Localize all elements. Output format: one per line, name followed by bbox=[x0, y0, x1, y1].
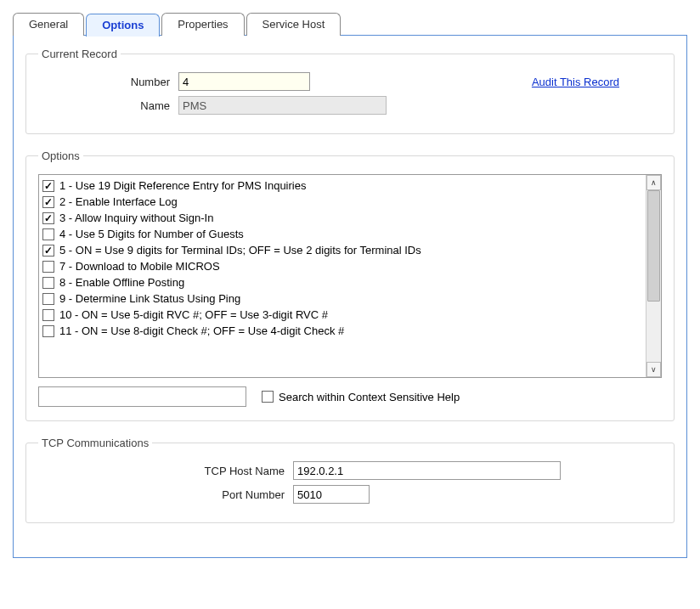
option-label: 9 - Determine Link Status Using Ping bbox=[59, 292, 240, 305]
option-label: 7 - Download to Mobile MICROS bbox=[59, 260, 220, 273]
list-item[interactable]: 1 - Use 19 Digit Reference Entry for PMS… bbox=[42, 178, 642, 194]
option-checkbox[interactable] bbox=[42, 293, 54, 305]
option-checkbox[interactable] bbox=[42, 180, 54, 192]
list-item[interactable]: 5 - ON = Use 9 digits for Terminal IDs; … bbox=[42, 242, 642, 258]
option-checkbox[interactable] bbox=[42, 261, 54, 273]
option-checkbox[interactable] bbox=[42, 196, 54, 208]
list-item[interactable]: 10 - ON = Use 5-digit RVC #; OFF = Use 3… bbox=[42, 307, 642, 323]
tab-options[interactable]: Options bbox=[86, 14, 160, 37]
option-label: 11 - ON = Use 8-digit Check #; OFF = Use… bbox=[59, 324, 344, 337]
options-group: Options 1 - Use 19 Digit Reference Entry… bbox=[25, 149, 675, 421]
list-item[interactable]: 9 - Determine Link Status Using Ping bbox=[42, 290, 642, 307]
current-record-group: Current Record Number Audit This Record … bbox=[25, 48, 675, 134]
option-checkbox[interactable] bbox=[42, 228, 54, 240]
option-checkbox[interactable] bbox=[42, 245, 54, 257]
tcp-host-label: TCP Host Name bbox=[38, 465, 293, 477]
option-label: 4 - Use 5 Digits for Number of Guests bbox=[59, 228, 244, 240]
tcp-group: TCP Communications TCP Host Name Port Nu… bbox=[25, 437, 675, 523]
option-checkbox[interactable] bbox=[42, 325, 54, 337]
tab-content: Current Record Number Audit This Record … bbox=[13, 35, 687, 558]
scrollbar[interactable]: ∧ ∨ bbox=[646, 175, 661, 377]
option-label: 8 - Enable Offline Posting bbox=[59, 276, 184, 289]
tcp-legend: TCP Communications bbox=[38, 437, 152, 449]
search-help-label: Search within Context Sensitive Help bbox=[279, 391, 460, 403]
current-record-legend: Current Record bbox=[38, 48, 121, 60]
name-input bbox=[178, 96, 387, 115]
option-checkbox[interactable] bbox=[42, 309, 54, 321]
tcp-host-input[interactable] bbox=[293, 461, 561, 480]
tab-service-host[interactable]: Service Host bbox=[246, 13, 342, 36]
option-checkbox[interactable] bbox=[42, 277, 54, 289]
options-legend: Options bbox=[38, 149, 83, 162]
list-item[interactable]: 11 - ON = Use 8-digit Check #; OFF = Use… bbox=[42, 323, 642, 339]
search-input[interactable] bbox=[38, 386, 246, 407]
port-input[interactable] bbox=[293, 485, 370, 504]
tab-properties[interactable]: Properties bbox=[161, 13, 244, 36]
option-checkbox[interactable] bbox=[42, 212, 54, 224]
scroll-track[interactable] bbox=[646, 190, 661, 362]
option-label: 10 - ON = Use 5-digit RVC #; OFF = Use 3… bbox=[59, 308, 328, 321]
tab-general[interactable]: General bbox=[13, 13, 84, 36]
number-label: Number bbox=[38, 76, 178, 88]
list-item[interactable]: 8 - Enable Offline Posting bbox=[42, 274, 642, 290]
list-item[interactable]: 4 - Use 5 Digits for Number of Guests bbox=[42, 226, 642, 242]
option-label: 1 - Use 19 Digit Reference Entry for PMS… bbox=[59, 179, 306, 192]
options-listbox: 1 - Use 19 Digit Reference Entry for PMS… bbox=[38, 174, 662, 378]
option-label: 2 - Enable Interface Log bbox=[59, 195, 178, 208]
search-help-checkbox[interactable] bbox=[262, 391, 274, 403]
scroll-down-button[interactable]: ∨ bbox=[646, 362, 661, 377]
scroll-up-button[interactable]: ∧ bbox=[646, 175, 661, 190]
port-label: Port Number bbox=[38, 488, 293, 501]
audit-this-record-link[interactable]: Audit This Record bbox=[532, 76, 619, 88]
number-input[interactable] bbox=[178, 72, 310, 91]
name-label: Name bbox=[38, 99, 178, 112]
scroll-thumb[interactable] bbox=[647, 190, 660, 302]
option-label: 3 - Allow Inquiry without Sign-In bbox=[59, 211, 213, 224]
list-item[interactable]: 3 - Allow Inquiry without Sign-In bbox=[42, 210, 642, 226]
tab-bar: General Options Properties Service Host bbox=[13, 13, 687, 36]
list-item[interactable]: 2 - Enable Interface Log bbox=[42, 194, 642, 210]
list-item[interactable]: 7 - Download to Mobile MICROS bbox=[42, 258, 642, 274]
option-label: 5 - ON = Use 9 digits for Terminal IDs; … bbox=[59, 244, 421, 257]
